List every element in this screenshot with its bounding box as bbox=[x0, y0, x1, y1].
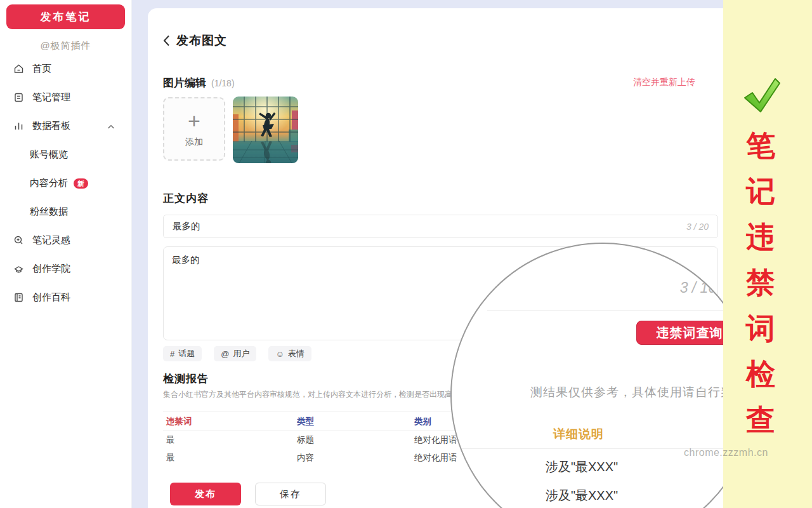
sidebar-item-account-overview[interactable]: 账号概览 bbox=[0, 140, 131, 169]
sidebar-item-note-manage[interactable]: 笔记管理 bbox=[0, 83, 131, 112]
topic-chip-label: 话题 bbox=[178, 348, 195, 359]
sidebar-item-dashboard[interactable]: 数据看板 bbox=[0, 112, 131, 140]
sidebar-item-label: 创作百科 bbox=[32, 291, 70, 304]
banner-char: 笔 bbox=[746, 124, 775, 170]
add-image-label: 添加 bbox=[185, 137, 203, 148]
inspiration-icon bbox=[13, 235, 24, 246]
dashboard-icon bbox=[13, 121, 24, 131]
plus-icon: + bbox=[188, 110, 200, 131]
cell-type: 标题 bbox=[297, 434, 414, 446]
sidebar-item-fans-data[interactable]: 粉丝数据 bbox=[0, 197, 131, 226]
body-textarea-value: 最多的 bbox=[172, 255, 200, 265]
at-icon: @ bbox=[221, 349, 229, 359]
report-section-title: 检测报告 bbox=[163, 371, 209, 386]
page-title: 发布图文 bbox=[176, 32, 227, 49]
title-input[interactable]: 最多的 3 / 20 bbox=[163, 215, 718, 238]
image-edit-header: 图片编辑 (1/18) bbox=[163, 76, 235, 90]
chevron-up-icon[interactable] bbox=[107, 121, 115, 131]
magnified-disclaimer: 测结果仅供参考，具体使用请自行判断。 bbox=[530, 384, 755, 401]
banner-char: 记 bbox=[746, 170, 775, 216]
emoji-chip[interactable]: ☺ 表情 bbox=[268, 346, 311, 361]
banner-char: 违 bbox=[746, 216, 775, 262]
sidebar-item-content-analysis[interactable]: 内容分析 新 bbox=[0, 169, 131, 197]
banner-char: 查 bbox=[746, 399, 775, 444]
hash-icon: # bbox=[170, 349, 174, 359]
banner-char: 词 bbox=[746, 307, 775, 353]
site-watermark: chrome.zzzmh.cn bbox=[684, 447, 768, 458]
cell-word: 最 bbox=[163, 452, 297, 464]
academy-icon bbox=[13, 264, 24, 274]
publish-note-button[interactable]: 发布笔记 bbox=[6, 4, 125, 29]
image-edit-title: 图片编辑 bbox=[163, 76, 206, 90]
plugin-watermark: @极简插件 bbox=[0, 40, 131, 52]
sidebar-item-label: 首页 bbox=[32, 63, 51, 75]
wiki-icon bbox=[13, 292, 24, 303]
cell-type: 内容 bbox=[297, 452, 414, 464]
sidebar-menu: 首页 笔记管理 数据看板 账号概览 内容分析 新 粉丝数据 bbox=[0, 55, 131, 312]
emoji-icon: ☺ bbox=[275, 349, 284, 359]
col-header-type: 类型 bbox=[297, 416, 414, 427]
insert-toolbar: # 话题 @ 用户 ☺ 表情 bbox=[163, 346, 311, 361]
chevron-left-icon bbox=[163, 35, 170, 46]
home-icon bbox=[13, 64, 24, 74]
col-header-word: 违禁词 bbox=[163, 416, 297, 427]
magnified-detail-row: 涉及"最XXX" bbox=[509, 487, 655, 504]
banner-char: 禁 bbox=[746, 262, 775, 307]
promo-banner: 笔 记 违 禁 词 检 查 bbox=[723, 0, 812, 508]
sidebar-item-label: 创作学院 bbox=[32, 263, 70, 275]
sidebar-item-note-inspiration[interactable]: 笔记灵感 bbox=[0, 226, 131, 255]
sidebar-item-label: 笔记灵感 bbox=[32, 234, 70, 246]
add-image-button[interactable]: + 添加 bbox=[163, 97, 225, 161]
banner-char: 检 bbox=[746, 353, 775, 399]
content-section-title: 正文内容 bbox=[163, 191, 209, 206]
cell-word: 最 bbox=[163, 434, 297, 446]
new-badge: 新 bbox=[74, 178, 88, 189]
sidebar-item-label: 账号概览 bbox=[30, 149, 68, 161]
sidebar-item-home[interactable]: 首页 bbox=[0, 55, 131, 83]
title-char-counter: 3 / 20 bbox=[686, 222, 709, 232]
mention-chip[interactable]: @ 用户 bbox=[214, 346, 256, 361]
dancer-illustration bbox=[233, 97, 298, 163]
sidebar-item-label: 内容分析 bbox=[30, 177, 68, 189]
back-nav[interactable]: 发布图文 bbox=[163, 32, 227, 49]
sidebar: 发布笔记 @极简插件 首页 笔记管理 数据看板 账号概览 bbox=[0, 0, 132, 508]
magnified-detail-row: 涉及"最XXX" bbox=[509, 458, 655, 476]
divider bbox=[487, 310, 755, 311]
green-check-icon bbox=[740, 75, 782, 116]
sidebar-item-label: 笔记管理 bbox=[32, 91, 70, 104]
publish-button[interactable]: 发布 bbox=[170, 483, 241, 505]
sidebar-item-creation-academy[interactable]: 创作学院 bbox=[0, 255, 131, 283]
note-icon bbox=[13, 92, 24, 103]
uploaded-image-thumbnail[interactable] bbox=[233, 97, 298, 163]
emoji-chip-label: 表情 bbox=[288, 348, 304, 359]
sidebar-item-label: 数据看板 bbox=[32, 120, 70, 132]
title-input-value: 最多的 bbox=[173, 220, 200, 232]
topic-chip[interactable]: # 话题 bbox=[163, 346, 202, 361]
clear-reupload-link[interactable]: 清空并重新上传 bbox=[633, 77, 695, 88]
save-button[interactable]: 保存 bbox=[255, 483, 326, 505]
magnified-detail-header: 详细说明 bbox=[515, 426, 642, 443]
sidebar-item-creation-wiki[interactable]: 创作百科 bbox=[0, 283, 131, 312]
sidebar-item-label: 粉丝数据 bbox=[30, 206, 68, 218]
image-count: (1/18) bbox=[211, 78, 235, 88]
mention-chip-label: 用户 bbox=[233, 348, 249, 359]
banner-vertical-text: 笔 记 违 禁 词 检 查 bbox=[723, 124, 798, 444]
